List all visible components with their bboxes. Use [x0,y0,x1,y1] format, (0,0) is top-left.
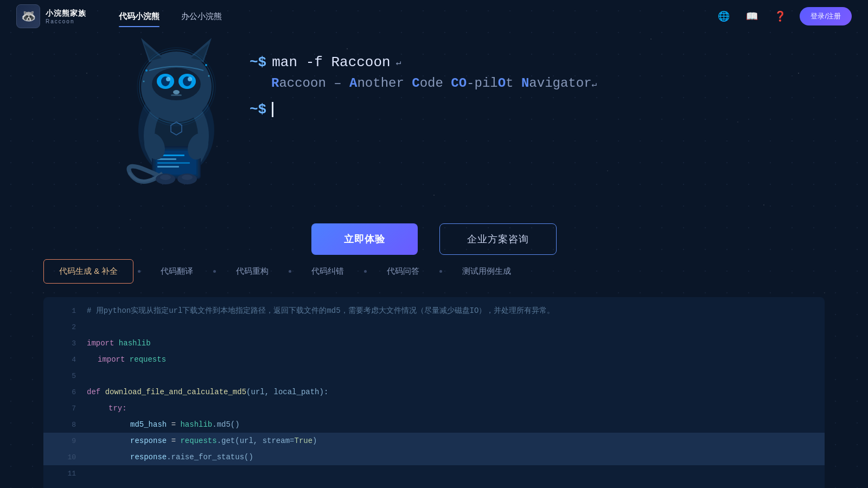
close-paren-9: ) [312,436,317,445]
code-line-5: 5 [43,368,825,384]
line-num-2: 2 [54,323,76,331]
code-line-9: 9 response = requests.get(url, stream=Tr… [43,433,825,449]
kw-try: try: [108,404,127,413]
desc-C: C [412,76,419,91]
line-num-3: 3 [54,339,76,348]
desc-t: t [506,76,521,91]
desc-accoon: accoon – [279,76,349,91]
svg-rect-18 [171,94,182,96]
enterprise-button[interactable]: 企业方案咨询 [439,223,557,255]
terminal-command-line: ~$ man -f Raccoon ↵ [250,54,814,70]
terminal-description: Raccoon – Another Code CO-pilOt Navigato… [250,76,814,91]
dot-4 [364,270,367,273]
help-icon[interactable]: ❓ [771,8,789,25]
svg-point-38 [160,175,171,180]
code-line-10: 10 response.raise_for_status() [43,449,825,465]
desc-O: O [498,76,506,91]
dot-5 [439,270,442,273]
command-text: man -f Raccoon [272,54,390,70]
feature-tabs: 代码生成 & 补全 代码翻译 代码重构 代码纠错 代码问答 测试用例生成 [43,259,825,284]
app-title: 小浣熊家族 [46,9,86,18]
dot-2 [213,270,216,273]
code-line-7: 7 try: [43,400,825,416]
desc-A: A [349,76,357,91]
tab-test-generate[interactable]: 测试用例生成 [446,259,527,284]
arrow-2: ↵ [592,80,597,89]
line-num-5: 5 [54,372,76,380]
try-now-button[interactable]: 立即体验 [311,223,418,255]
line-num-9: 9 [54,437,76,445]
code-line-2: 2 [43,319,825,335]
get-call: .get(url, stream= [217,436,295,445]
module-hashlib: hashlib [119,339,151,348]
raccoon-character [114,22,239,190]
prompt-2: ~$ [250,101,266,118]
svg-point-39 [182,175,193,180]
logo-text: 小浣熊家族 Raccoon [46,9,86,24]
header-right: 🌐 📖 ❓ 登录/注册 [715,7,852,25]
var-response-9: response [130,436,167,445]
code-line-4: 4 import requests [43,351,825,368]
svg-point-31 [205,64,207,66]
nav-item-office[interactable]: 办公小浣熊 [170,7,233,26]
line-num-10: 10 [54,453,76,461]
desc-pil: -pil [467,76,498,91]
arrow-1: ↵ [396,57,401,68]
hero-buttons: 立即体验 企业方案咨询 [0,223,868,255]
book-icon[interactable]: 📖 [743,8,761,25]
desc-N: N [521,76,529,91]
svg-point-17 [173,90,180,94]
code-line-1: 1 # 用python实现从指定url下载文件到本地指定路径，返回下载文件的md… [43,303,825,319]
tab-code-qa[interactable]: 代码问答 [371,259,435,284]
svg-point-34 [143,81,145,82]
desc-R: R [271,76,279,91]
logo-area: 🦝 小浣熊家族 Raccoon [16,4,86,28]
desc-ode: ode [420,76,451,91]
line-num-11: 11 [54,470,76,478]
cursor-line: ~$ [250,101,814,118]
tab-code-debug[interactable]: 代码纠错 [296,259,360,284]
md5-call: .md5() [212,420,239,429]
var-md5-hash: md5_hash [130,420,167,429]
tab-code-generate[interactable]: 代码生成 & 补全 [43,259,133,284]
desc-nother: nother [357,76,412,91]
code-line-8: 8 md5_hash = hashlib.md5() [43,416,825,433]
svg-rect-26 [157,166,179,168]
cursor [272,102,273,117]
svg-point-15 [166,77,170,81]
svg-point-16 [188,77,192,81]
line-num-7: 7 [54,404,76,413]
line-num-6: 6 [54,388,76,396]
code-comment: # 用python实现从指定url下载文件到本地指定路径，返回下载文件的md5，… [87,306,554,316]
module-requests: requests [130,355,166,364]
code-line-11: 11 [43,465,825,481]
raise-call: .raise_for_status() [167,453,253,461]
desc-CO: CO [451,76,467,91]
dot-1 [138,270,141,273]
desc-avigator: avigator [529,76,591,91]
fn-params: (url, local_path): [246,388,328,396]
kw-import-3: import [87,339,114,348]
stream-val: True [294,436,312,445]
dot-3 [289,270,291,273]
terminal-display: ~$ man -f Raccoon ↵ Raccoon – Another Co… [250,54,814,123]
svg-rect-25 [157,162,190,164]
line-num-4: 4 [54,356,76,364]
login-button[interactable]: 登录/注册 [800,7,852,25]
nav-item-code[interactable]: 代码小浣熊 [108,7,170,26]
tab-code-translate[interactable]: 代码翻译 [145,259,209,284]
logo-icon: 🦝 [16,4,40,28]
svg-point-32 [208,75,210,77]
svg-point-33 [145,69,148,72]
header: 🦝 小浣熊家族 Raccoon 代码小浣熊 办公小浣熊 🌐 📖 ❓ 登录/注册 [0,0,868,33]
requests-call: requests [180,436,216,445]
hero-section: ~$ man -f Raccoon ↵ Raccoon – Another Co… [0,33,868,271]
globe-icon[interactable]: 🌐 [715,8,732,25]
code-content: 1 # 用python实现从指定url下载文件到本地指定路径，返回下载文件的md… [43,297,825,487]
line-num-8: 8 [54,421,76,429]
tab-code-refactor[interactable]: 代码重构 [220,259,284,284]
nav: 代码小浣熊 办公小浣熊 [108,7,715,26]
prompt-1: ~$ [250,54,266,70]
code-line-3: 3 import hashlib [43,335,825,351]
line-num-1: 1 [54,307,76,315]
